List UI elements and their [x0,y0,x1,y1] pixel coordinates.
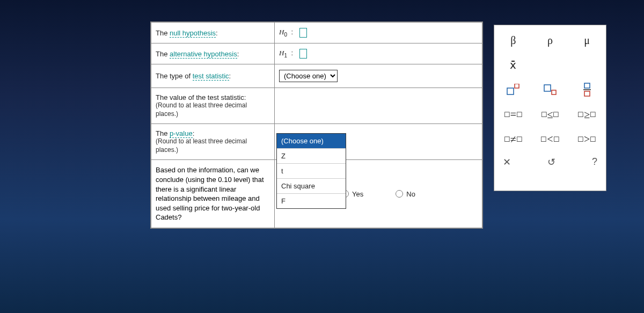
symbol-ge[interactable]: ☐≥☐ [573,105,601,124]
test-statistic-link[interactable]: test statistic [193,72,229,81]
symbol-equals[interactable]: ☐=☐ [500,105,527,124]
svg-rect-1 [515,84,519,88]
null-hypothesis-cell: H0 : [275,23,482,43]
dropdown-option-chi[interactable]: Chi square [277,179,346,194]
symbol-le[interactable]: ☐≤☐ [537,105,564,124]
dropdown-option-choose[interactable]: (Choose one) [277,134,346,149]
test-statistic-dropdown: (Choose one) Z t Chi square F [276,133,346,209]
symbol-mu[interactable]: μ [573,31,601,50]
reset-button[interactable]: ↺ [547,156,555,168]
test-value-label: The value of the test statistic: (Round … [151,88,275,124]
test-statistic-cell: (Choose one) [275,64,482,88]
null-hypothesis-label: The null hypothesis: [151,23,275,43]
clear-button[interactable]: ✕ [503,156,511,168]
symbol-lt[interactable]: ☐<☐ [537,129,564,149]
test-statistic-select[interactable]: (Choose one) [279,70,338,82]
symbol-beta[interactable]: β [500,31,527,50]
svg-rect-4 [584,83,590,88]
symbol-subscript[interactable] [537,80,564,99]
conclusion-text: Based on the information, can we conclud… [151,160,275,228]
dropdown-option-t[interactable]: t [277,164,346,179]
symbol-palette: β ρ μ x̄ ☐=☐ ☐≤☐ ☐≥☐ ☐≠☐ ☐<☐ ☐>☐ [494,25,606,191]
null-hypothesis-link[interactable]: null hypothesis [170,29,216,38]
symbol-gt[interactable]: ☐>☐ [573,129,601,149]
svg-rect-0 [507,88,514,94]
null-hypothesis-input[interactable] [299,28,307,38]
svg-rect-3 [552,90,556,94]
test-value-cell[interactable] [275,88,482,124]
alt-hypothesis-cell: H1 : [275,43,482,64]
help-button[interactable]: ? [592,156,597,168]
dropdown-option-f[interactable]: F [277,194,346,208]
alt-hypothesis-link[interactable]: alternative hypothesis [170,50,237,59]
svg-rect-2 [544,85,551,91]
symbol-blank1 [537,55,564,75]
alt-hypothesis-label: The alternative hypothesis: [151,43,275,64]
symbol-superscript[interactable] [500,80,527,99]
symbol-fraction[interactable] [573,80,601,99]
svg-rect-6 [584,91,590,96]
p-value-link[interactable]: p-value [170,129,193,138]
symbol-xbar[interactable]: x̄ [500,55,527,75]
test-statistic-label: The type of test statistic: [151,64,275,88]
p-value-label: The p-value: (Round to at least three de… [151,124,275,160]
symbol-blank2 [573,55,601,75]
symbol-rho[interactable]: ρ [537,31,564,50]
alt-hypothesis-input[interactable] [299,49,307,59]
symbol-ne[interactable]: ☐≠☐ [500,129,527,149]
dropdown-option-z[interactable]: Z [277,149,346,164]
radio-no[interactable]: No [396,190,415,198]
